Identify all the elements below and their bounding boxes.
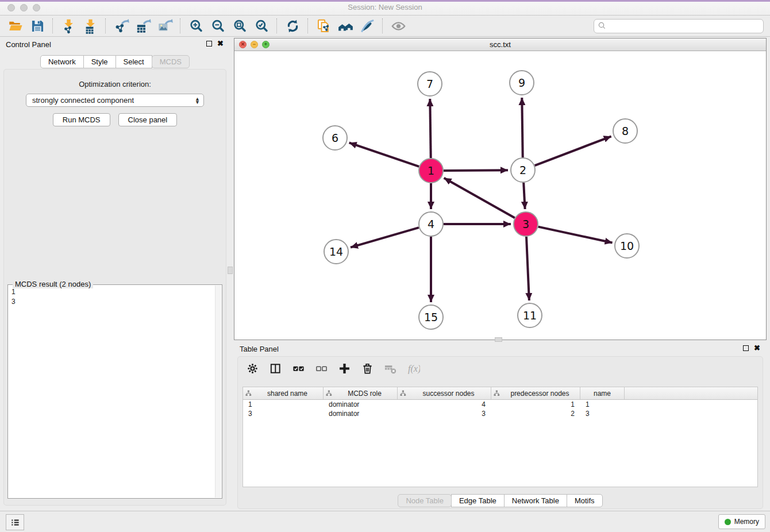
node-7[interactable]: 7 (418, 72, 442, 96)
close-panel-icon[interactable]: ✖ (217, 39, 224, 48)
edge-2-8[interactable] (535, 136, 611, 165)
result-scrollbar[interactable] (215, 286, 221, 498)
cell-name[interactable]: 3 (580, 410, 625, 418)
node-10[interactable]: 10 (615, 234, 639, 258)
cell-name[interactable]: 1 (580, 400, 625, 408)
column-header-successor-nodes[interactable]: successor nodes (398, 387, 491, 399)
delete-table-button (383, 361, 398, 376)
refresh-layout-button[interactable] (282, 17, 303, 35)
cell-mcds-role[interactable]: dominator (324, 400, 398, 408)
zoom-fit-button[interactable] (229, 17, 251, 35)
node-14[interactable]: 14 (324, 240, 348, 264)
delete-row-icon (361, 362, 374, 375)
save-session-button[interactable] (26, 17, 48, 35)
node-label: 9 (518, 76, 525, 89)
open-session-button[interactable] (5, 17, 26, 35)
search-icon (597, 21, 607, 31)
export-image-button[interactable] (154, 17, 176, 35)
node-15[interactable]: 15 (419, 305, 443, 329)
tab-select[interactable]: Select (116, 55, 152, 68)
split-columns-button[interactable] (268, 361, 283, 376)
delete-row-button[interactable] (360, 361, 375, 376)
add-row-button[interactable] (337, 361, 352, 376)
edge-4-14[interactable] (351, 228, 419, 248)
import-network-button[interactable] (57, 17, 79, 35)
cell-successor-nodes[interactable]: 4 (398, 400, 491, 408)
table-row[interactable]: 3dominator323 (243, 409, 757, 418)
tab-node-table[interactable]: Node Table (398, 494, 452, 507)
column-header-shared-name[interactable]: shared name (243, 387, 324, 399)
cell-predecessor-nodes[interactable]: 1 (491, 400, 580, 408)
node-label: 7 (426, 78, 433, 90)
edge-1-6[interactable] (349, 142, 419, 167)
float-table-panel-icon[interactable] (743, 345, 749, 351)
node-8[interactable]: 8 (613, 119, 637, 143)
search-box[interactable] (594, 19, 764, 33)
edge-3-1[interactable] (444, 178, 515, 218)
optimization-criterion-select[interactable]: strongly connected component ▲▼ (26, 94, 204, 107)
tab-mcds[interactable]: MCDS (152, 55, 190, 68)
cell-mcds-role[interactable]: dominator (324, 410, 398, 418)
tab-edge-table[interactable]: Edge Table (451, 494, 505, 507)
export-network-button[interactable] (110, 17, 132, 35)
column-header-predecessor-nodes[interactable]: predecessor nodes (491, 387, 580, 399)
tab-network-table[interactable]: Network Table (504, 494, 567, 507)
clear-checkboxes-button[interactable] (314, 361, 329, 376)
node-4[interactable]: 4 (419, 212, 443, 236)
cell-shared-name[interactable]: 1 (243, 400, 324, 408)
node-label: 11 (523, 309, 537, 322)
zoom-out-button[interactable] (207, 17, 229, 35)
node-6[interactable]: 6 (323, 126, 347, 150)
task-history-button[interactable] (6, 514, 24, 530)
vertical-splitter-handle[interactable] (228, 267, 233, 274)
edge-3-11[interactable] (526, 237, 529, 300)
export-table-button[interactable] (132, 17, 154, 35)
network-canvas[interactable]: 7968124314101511 (234, 51, 766, 340)
edge-2-9[interactable] (522, 98, 522, 157)
tab-motifs[interactable]: Motifs (567, 494, 603, 507)
cell-successor-nodes[interactable]: 3 (398, 410, 491, 418)
import-table-button[interactable] (79, 17, 101, 35)
result-line: 3 (11, 297, 213, 307)
node-1[interactable]: 1 (419, 159, 443, 183)
table-panel-header: Table Panel ✖ (234, 341, 767, 356)
node-2[interactable]: 2 (511, 158, 535, 182)
zoom-in-button[interactable] (185, 17, 207, 35)
column-header-name[interactable]: name (580, 387, 625, 399)
close-panel-button[interactable]: Close panel (118, 113, 178, 126)
function-builder-button: f(x) (406, 361, 421, 376)
run-mcds-button[interactable]: Run MCDS (53, 113, 110, 126)
toggle-graphics-details-button[interactable] (356, 17, 378, 35)
import-table-icon (83, 18, 98, 34)
mcds-result-text[interactable]: 13 (9, 286, 215, 497)
memory-button[interactable]: Memory (718, 514, 765, 529)
node-label: 15 (424, 311, 438, 323)
edge-3-10[interactable] (538, 227, 613, 243)
zoom-selected-button[interactable] (251, 17, 272, 35)
node-9[interactable]: 9 (510, 71, 534, 95)
close-table-panel-icon[interactable]: ✖ (754, 344, 760, 352)
tab-network[interactable]: Network (40, 55, 84, 68)
node-11[interactable]: 11 (518, 303, 542, 327)
settings-gear-button[interactable] (245, 361, 260, 376)
cell-predecessor-nodes[interactable]: 2 (491, 410, 580, 418)
select-all-checkboxes-button[interactable] (291, 361, 306, 376)
import-network-icon (61, 18, 76, 34)
search-input[interactable] (607, 19, 763, 33)
cell-shared-name[interactable]: 3 (243, 410, 324, 418)
tab-style[interactable]: Style (83, 55, 116, 68)
float-panel-icon[interactable] (206, 41, 212, 47)
node-label: 3 (522, 218, 529, 230)
edge-1-7[interactable] (430, 99, 430, 158)
edge-2-3[interactable] (523, 183, 525, 209)
houses-button[interactable] (334, 17, 356, 35)
table-row[interactable]: 1dominator411 (243, 400, 757, 409)
split-columns-icon (269, 362, 282, 375)
main-toolbar (0, 16, 770, 37)
node-3[interactable]: 3 (514, 212, 538, 236)
duplicate-network-button[interactable] (313, 17, 334, 35)
network-window-titlebar[interactable]: ✕ − + scc.txt (234, 38, 766, 51)
edge-1-2[interactable] (444, 170, 508, 171)
zoom-selected-icon (254, 18, 270, 34)
column-header-mcds-role[interactable]: MCDS role (324, 387, 398, 399)
